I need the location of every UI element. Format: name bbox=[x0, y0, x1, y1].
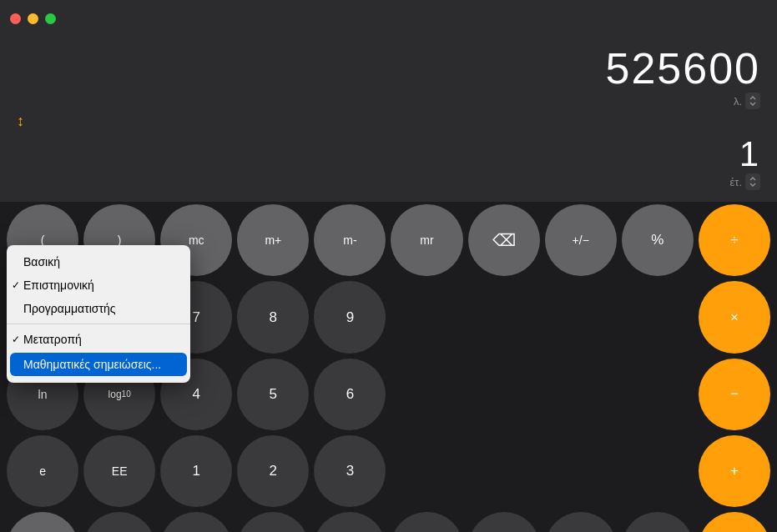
conversion-label: Μετατροπή bbox=[23, 333, 82, 346]
empty-r2a bbox=[391, 281, 462, 353]
close-button[interactable] bbox=[10, 13, 21, 24]
empty-r3c bbox=[545, 359, 617, 430]
minimize-button[interactable] bbox=[28, 13, 38, 24]
secondary-unit-row: έτ. bbox=[17, 173, 760, 193]
conversion-checkmark: ✓ bbox=[12, 334, 20, 345]
backspace-button[interactable]: ⌫ bbox=[468, 204, 540, 276]
secondary-unit-label: έτ. bbox=[729, 176, 742, 188]
math-notes-label: Μαθηματικές σημειώσεις... bbox=[23, 358, 161, 371]
sign-button[interactable]: +/− bbox=[545, 204, 617, 276]
6-button[interactable]: 6 bbox=[314, 359, 386, 430]
equals-button[interactable]: = bbox=[699, 512, 770, 532]
multiply-button[interactable]: × bbox=[699, 281, 770, 353]
empty-r4a bbox=[391, 435, 462, 507]
0-button[interactable]: 0 bbox=[545, 512, 617, 532]
maximize-button[interactable] bbox=[45, 13, 56, 24]
display-area: 525600 λ. ↕ 1 έτ. bbox=[0, 37, 777, 202]
pi-button[interactable]: π bbox=[314, 512, 386, 532]
scientific-checkmark: ✓ bbox=[12, 279, 20, 291]
menu-item-programmer[interactable]: Προγραμματιστής bbox=[7, 297, 190, 320]
rad-button[interactable]: Rad bbox=[391, 512, 462, 532]
mplus-button[interactable]: m+ bbox=[237, 204, 309, 276]
tanh-button[interactable]: tanh bbox=[237, 512, 309, 532]
2-button[interactable]: 2 bbox=[237, 435, 309, 507]
view-menu: Βασική ✓ Επιστημονική Προγραμματιστής ✓ … bbox=[7, 245, 190, 383]
secondary-display: 1 bbox=[17, 135, 760, 173]
menu-separator-1 bbox=[7, 324, 190, 324]
calculator-mode-button[interactable]: ⊞ bbox=[7, 512, 78, 532]
percent-button[interactable]: % bbox=[622, 204, 694, 276]
mr-button[interactable]: mr bbox=[391, 204, 462, 276]
empty-r4b bbox=[468, 435, 540, 507]
main-unit-stepper[interactable] bbox=[745, 93, 760, 109]
cosh-button[interactable]: cosh bbox=[160, 512, 232, 532]
plus-button[interactable]: + bbox=[699, 435, 770, 507]
empty-r2b bbox=[468, 281, 540, 353]
8-button[interactable]: 8 bbox=[237, 281, 309, 353]
main-unit-label: λ. bbox=[734, 95, 742, 108]
menu-item-conversion[interactable]: ✓ Μετατροπή bbox=[7, 328, 190, 351]
sinh-button[interactable]: sinh bbox=[83, 512, 155, 532]
5-button[interactable]: 5 bbox=[237, 359, 309, 430]
main-display: 525600 bbox=[17, 45, 760, 93]
sort-icon[interactable]: ↕ bbox=[17, 113, 24, 130]
empty-r3d bbox=[622, 359, 694, 430]
1-button[interactable]: 1 bbox=[160, 435, 232, 507]
title-bar bbox=[0, 0, 777, 37]
3-button[interactable]: 3 bbox=[314, 435, 386, 507]
empty-r2c bbox=[545, 281, 617, 353]
programmer-label: Προγραμματιστής bbox=[23, 302, 116, 315]
empty-r4c bbox=[545, 435, 617, 507]
ee-button[interactable]: EE bbox=[83, 435, 155, 507]
button-row-5: ⊞ sinh cosh tanh π Rad Rand 0 , = bbox=[0, 509, 777, 532]
secondary-unit-stepper[interactable] bbox=[745, 173, 760, 190]
divide-button[interactable]: ÷ bbox=[699, 204, 770, 276]
9-button[interactable]: 9 bbox=[314, 281, 386, 353]
empty-r3b bbox=[468, 359, 540, 430]
button-row-4: e EE 1 2 3 + bbox=[0, 433, 777, 509]
rand-button[interactable]: Rand bbox=[468, 512, 540, 532]
menu-item-math-notes[interactable]: Μαθηματικές σημειώσεις... bbox=[10, 353, 187, 376]
main-unit-row: λ. bbox=[17, 93, 760, 109]
e-button[interactable]: e bbox=[7, 435, 78, 507]
menu-item-basic[interactable]: Βασική bbox=[7, 250, 190, 274]
minus-button[interactable]: − bbox=[699, 359, 770, 430]
scientific-label: Επιστημονική bbox=[23, 279, 94, 292]
comma-button[interactable]: , bbox=[622, 512, 694, 532]
mminus-button[interactable]: m- bbox=[314, 204, 386, 276]
empty-r2d bbox=[622, 281, 694, 353]
basic-label: Βασική bbox=[23, 255, 60, 269]
empty-r4d bbox=[622, 435, 694, 507]
sort-area: ↕ bbox=[17, 109, 760, 133]
menu-item-scientific[interactable]: ✓ Επιστημονική bbox=[7, 274, 190, 297]
empty-r3a bbox=[391, 359, 462, 430]
